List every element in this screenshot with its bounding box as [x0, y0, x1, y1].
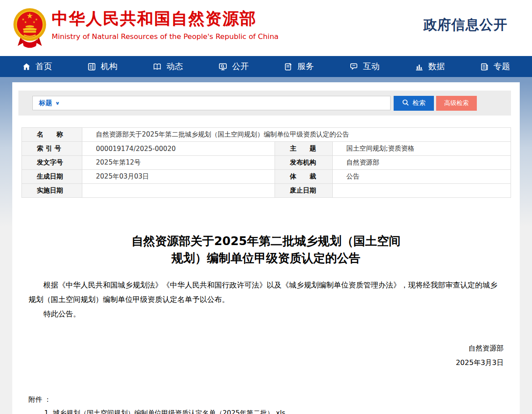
meta-name-value: 自然资源部关于2025年第二批城乡规划（国土空间规划）编制单位甲级资质认定的公告 — [82, 128, 511, 142]
chevron-down-icon: ∨ — [55, 101, 60, 106]
home-icon — [22, 62, 31, 71]
signature-org: 自然资源部 — [28, 341, 504, 355]
document-title: 自然资源部关于2025年第二批城乡规划（国土空间 规划）编制单位甲级资质认定的公… — [28, 232, 504, 267]
search-box: 标题 ∨ — [32, 96, 391, 110]
nav-label: 公开 — [232, 61, 249, 72]
article-body: 自然资源部关于2025年第二批城乡规划（国土空间 规划）编制单位甲级资质认定的公… — [12, 232, 520, 414]
topic-icon — [480, 62, 489, 71]
site-header: 中华人民共和国自然资源部 Ministry of Natural Resourc… — [0, 0, 532, 56]
meta-effective-value — [82, 184, 275, 198]
signature-block: 自然资源部 2025年3月3日 — [28, 341, 504, 370]
search-field-selector[interactable]: 标题 ∨ — [33, 99, 65, 107]
search-button[interactable]: 检索 — [394, 96, 434, 111]
meta-genre-value: 公告 — [333, 170, 511, 184]
brand-block: 中华人民共和国自然资源部 Ministry of Natural Resourc… — [52, 8, 278, 41]
meta-index-label: 索 引 号 — [22, 142, 82, 156]
search-field-label: 标题 — [39, 99, 52, 107]
attachments-section: 附件 ： 1. 城乡规划（国土空间规划）编制单位甲级资质认定名单（2025年第二… — [28, 393, 504, 414]
search-input[interactable] — [65, 96, 390, 110]
subnav-strip — [0, 77, 532, 82]
meta-subject-value: 国土空间规划;资质资格 — [333, 142, 511, 156]
nav-item-news[interactable]: 动态 — [152, 61, 183, 72]
meta-issuer-label: 发布机构 — [275, 156, 333, 170]
meta-repeal-label: 废止日期 — [275, 184, 333, 198]
page-background: 标题 ∨ 检索 高级检索 名 称 自然资源部关于2025年第二批城乡规划（ — [0, 82, 532, 414]
meta-name-label: 名 称 — [22, 128, 82, 142]
nav-item-disclosure[interactable]: 公开 — [218, 61, 249, 72]
attachments-label: 附件 ： — [28, 393, 504, 407]
search-icon — [402, 99, 409, 108]
attachment-link-1[interactable]: 1. 城乡规划（国土空间规划）编制单位甲级资质认定名单（2025年第二批）.xl… — [44, 407, 504, 414]
site-title: 中华人民共和国自然资源部 — [52, 8, 278, 30]
meta-effective-label: 实施日期 — [22, 184, 82, 198]
nav-label: 首页 — [35, 61, 52, 72]
nav-item-organization[interactable]: 机构 — [87, 61, 117, 72]
meta-docnum-value: 2025年第12号 — [82, 156, 275, 170]
interaction-icon — [349, 62, 359, 71]
meta-index-value: 000019174/2025-00020 — [82, 142, 275, 156]
document-meta-table: 名 称 自然资源部关于2025年第二批城乡规划（国土空间规划）编制单位甲级资质认… — [21, 127, 511, 198]
nav-item-service[interactable]: 服务 — [284, 61, 314, 72]
nav-label: 动态 — [166, 61, 183, 72]
meta-repeal-value — [333, 184, 511, 198]
disclosure-icon — [218, 62, 228, 71]
meta-genre-label: 体 裁 — [275, 170, 333, 184]
main-navbar: 首页 机构 动态 公开 — [0, 56, 532, 77]
nav-item-data[interactable]: 数据 — [415, 61, 445, 72]
article-paragraph: 特此公告。 — [28, 307, 504, 321]
gov-info-disclosure-link[interactable]: 政府信息公开 — [423, 16, 507, 34]
advanced-search-button[interactable]: 高级检索 — [436, 96, 477, 111]
nav-label: 服务 — [297, 61, 314, 72]
service-icon — [284, 62, 293, 71]
nav-label: 数据 — [428, 61, 445, 72]
data-icon — [415, 62, 424, 71]
meta-issuer-value: 自然资源部 — [333, 156, 511, 170]
china-national-emblem-icon — [12, 7, 47, 49]
table-row: 发文字号 2025年第12号 发布机构 自然资源部 — [22, 156, 511, 170]
table-row: 实施日期 废止日期 — [22, 184, 511, 198]
search-band: 标题 ∨ 检索 高级检索 — [18, 91, 511, 116]
table-row: 生成日期 2025年03月03日 体 裁 公告 — [22, 170, 511, 184]
meta-subject-label: 主 题 — [275, 142, 333, 156]
nav-label: 专题 — [493, 61, 510, 72]
nav-item-interaction[interactable]: 互动 — [349, 61, 380, 72]
meta-created-value: 2025年03月03日 — [82, 170, 275, 184]
nav-item-topic[interactable]: 专题 — [480, 61, 510, 72]
organization-icon — [87, 62, 96, 71]
document-title-line1: 自然资源部关于2025年第二批城乡规划（国土空间 — [28, 232, 504, 249]
site-subtitle: Ministry of Natural Resources of the Peo… — [52, 32, 278, 41]
table-row: 名 称 自然资源部关于2025年第二批城乡规划（国土空间规划）编制单位甲级资质认… — [22, 128, 511, 142]
meta-created-label: 生成日期 — [22, 170, 82, 184]
news-icon — [152, 62, 162, 71]
meta-docnum-label: 发文字号 — [22, 156, 82, 170]
nav-label: 机构 — [101, 61, 117, 72]
nav-item-home[interactable]: 首页 — [22, 61, 52, 72]
article-paragraph: 根据《中华人民共和国城乡规划法》《中华人民共和国行政许可法》以及《城乡规划编制单… — [28, 278, 504, 307]
nav-label: 互动 — [363, 61, 380, 72]
content-panel: 标题 ∨ 检索 高级检索 名 称 自然资源部关于2025年第二批城乡规划（ — [12, 82, 520, 414]
document-title-line2: 规划）编制单位甲级资质认定的公告 — [28, 249, 504, 267]
table-row: 索 引 号 000019174/2025-00020 主 题 国土空间规划;资质… — [22, 142, 511, 156]
signature-date: 2025年3月3日 — [28, 355, 504, 370]
search-button-label: 检索 — [412, 99, 426, 107]
